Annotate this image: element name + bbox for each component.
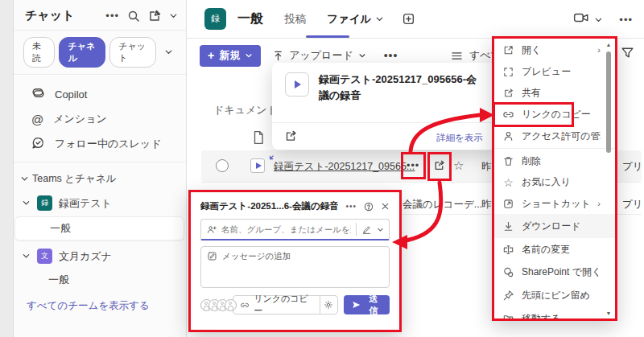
- menu-item-preview[interactable]: プレビュー: [494, 61, 615, 82]
- row-more-button[interactable]: •••: [407, 160, 419, 171]
- active-tab-underline: [306, 35, 349, 38]
- more-options-icon[interactable]: •••: [105, 10, 119, 22]
- chevron-down-icon: [22, 199, 31, 208]
- menu-item-move[interactable]: 移動する: [494, 307, 615, 321]
- scroll-up-icon[interactable]: ▲: [605, 42, 613, 47]
- chevron-down-icon: [375, 14, 384, 23]
- show-details-link[interactable]: 詳細を表示: [436, 132, 483, 144]
- team-name: 文月カズナ: [59, 249, 112, 264]
- chevron-down-icon: [22, 252, 31, 261]
- chevron-down-icon[interactable]: [377, 226, 384, 233]
- share-dialog: 録画テスト-20251...6-会議の録音.m... ••• メッセージの追加: [191, 192, 399, 330]
- scrollbar-thumb[interactable]: [606, 51, 611, 153]
- person-icon: [206, 224, 217, 235]
- chevron-down-icon[interactable]: [169, 11, 178, 20]
- send-icon: [352, 300, 361, 310]
- menu-scrollbar[interactable]: ▲ ▼: [605, 40, 613, 317]
- pin-icon: [502, 290, 514, 302]
- recipient-input[interactable]: [221, 224, 351, 234]
- channel-ippan-selected[interactable]: 一般: [14, 216, 184, 240]
- new-chat-icon[interactable]: [148, 10, 161, 23]
- row-modified-by-text: プリ: [622, 160, 643, 174]
- move-icon: [502, 313, 514, 322]
- trash-icon: [502, 155, 514, 167]
- file-name-link[interactable]: 録画テスト-20251217_09565...: [274, 160, 415, 174]
- teams-section-header[interactable]: Teams とチャネル: [14, 166, 186, 191]
- tab-posts[interactable]: 投稿: [284, 12, 306, 27]
- row-share-button[interactable]: [432, 158, 446, 175]
- star-icon: ☆: [502, 176, 514, 189]
- menu-item-add-shortcut[interactable]: ショートカットの追加›: [494, 193, 615, 214]
- chat-sidebar: チャット ••• 未読 チャネル チャット: [14, 0, 187, 337]
- link-settings-gear-icon[interactable]: [320, 295, 338, 314]
- add-message-icon: [207, 251, 217, 261]
- filters-chevron-icon[interactable]: [164, 45, 173, 60]
- send-button[interactable]: 送信: [344, 295, 390, 314]
- row-select-radio[interactable]: [216, 159, 229, 172]
- file-type-column-icon[interactable]: [252, 130, 265, 148]
- tab-files[interactable]: ファイル: [327, 12, 384, 27]
- menu-item-open-sharepoint[interactable]: SharePoint で開く: [494, 261, 615, 284]
- help-icon[interactable]: [364, 202, 374, 212]
- team-rokuga-test[interactable]: 録 録画テスト: [14, 191, 186, 216]
- see-all-teams-link[interactable]: すべてのチームを表示する: [14, 291, 186, 318]
- file-preview-card: 録画テスト-20251217_095656-会 議の録音 詳細を表示: [272, 63, 496, 150]
- add-tab-icon[interactable]: [402, 12, 415, 26]
- menu-item-open[interactable]: 開く›: [494, 39, 615, 61]
- menu-item-share[interactable]: 共有: [494, 82, 615, 103]
- breadcrumb-label: ドキュメント: [213, 103, 278, 117]
- file-row2-name[interactable]: 会議のレコーデ...: [402, 198, 482, 212]
- menu-item-rename[interactable]: 名前の変更: [494, 238, 615, 261]
- menu-item-pin-to-top[interactable]: 先頭にピン留め: [494, 284, 615, 307]
- share-icon: [502, 87, 514, 99]
- person-icon: [502, 130, 514, 142]
- filter-unread[interactable]: 未読: [23, 37, 55, 68]
- context-menu-annotation-box: 開く› プレビュー 共有 リンクのコピー アクセス許可の管理 削除: [492, 36, 617, 321]
- app-rail: [0, 0, 14, 337]
- link-icon: [502, 109, 514, 121]
- upload-button-label: アップロード: [289, 48, 353, 63]
- message-box[interactable]: メッセージの追加: [200, 246, 390, 288]
- menu-item-copy-link[interactable]: リンクのコピー: [494, 103, 615, 125]
- sidebar-item-mentions[interactable]: @ メンション: [14, 107, 186, 131]
- channel-ippan[interactable]: 一般: [14, 269, 186, 291]
- filter-chats[interactable]: チャット: [109, 37, 156, 68]
- chevron-down-icon[interactable]: [594, 15, 603, 24]
- sidebar-item-label: Copilot: [55, 88, 87, 101]
- sidebar-item-copilot[interactable]: Copilot: [14, 81, 186, 107]
- upload-button[interactable]: アップロード: [272, 48, 366, 63]
- teams-window: チャット ••• 未読 チャネル チャット: [0, 0, 644, 337]
- menu-item-favorite[interactable]: ☆ お気に入り: [494, 171, 615, 193]
- team-name: 録画テスト: [59, 196, 112, 211]
- new-button-label: 新規: [219, 48, 240, 63]
- team-avatar: 文: [37, 249, 52, 264]
- menu-item-manage-access[interactable]: アクセス許可の管理: [494, 125, 615, 146]
- filter-channels[interactable]: チャネル: [59, 37, 105, 68]
- dialog-more-icon[interactable]: •••: [345, 202, 357, 211]
- sidebar-title: チャット: [25, 8, 97, 23]
- meet-camera-icon[interactable]: [573, 10, 589, 28]
- row2-modified-by-text: プリ: [622, 198, 643, 212]
- scroll-down-icon[interactable]: ▼: [605, 310, 613, 316]
- team-fuzuki-kazuna[interactable]: 文 文月カズナ: [14, 244, 186, 269]
- search-icon[interactable]: [127, 10, 140, 23]
- video-file-icon: [250, 158, 265, 173]
- shortcut-icon: [502, 198, 514, 210]
- team-avatar: 録: [37, 195, 52, 211]
- header-more-icon[interactable]: •••: [619, 14, 633, 26]
- channel-label: 一般: [50, 222, 71, 234]
- filter-funnel-icon[interactable]: [621, 47, 634, 62]
- upload-icon: [272, 50, 284, 62]
- submenu-chevron-icon: ›: [597, 199, 601, 208]
- copy-link-button[interactable]: リンクのコピー: [233, 293, 320, 317]
- new-button[interactable]: + 新規: [200, 45, 261, 67]
- menu-item-delete[interactable]: 削除: [494, 150, 615, 171]
- close-icon[interactable]: [381, 202, 390, 211]
- toolbar-more-icon[interactable]: •••: [384, 49, 398, 62]
- sidebar-item-followed-threads[interactable]: フォロー中のスレッド: [14, 131, 186, 157]
- edit-permission-icon[interactable]: [361, 224, 372, 235]
- shared-with-avatars: [200, 299, 233, 311]
- row-favorite-star-icon[interactable]: ☆: [453, 158, 464, 173]
- menu-item-download[interactable]: ダウンロード: [494, 214, 615, 238]
- card-share-icon[interactable]: [283, 129, 298, 146]
